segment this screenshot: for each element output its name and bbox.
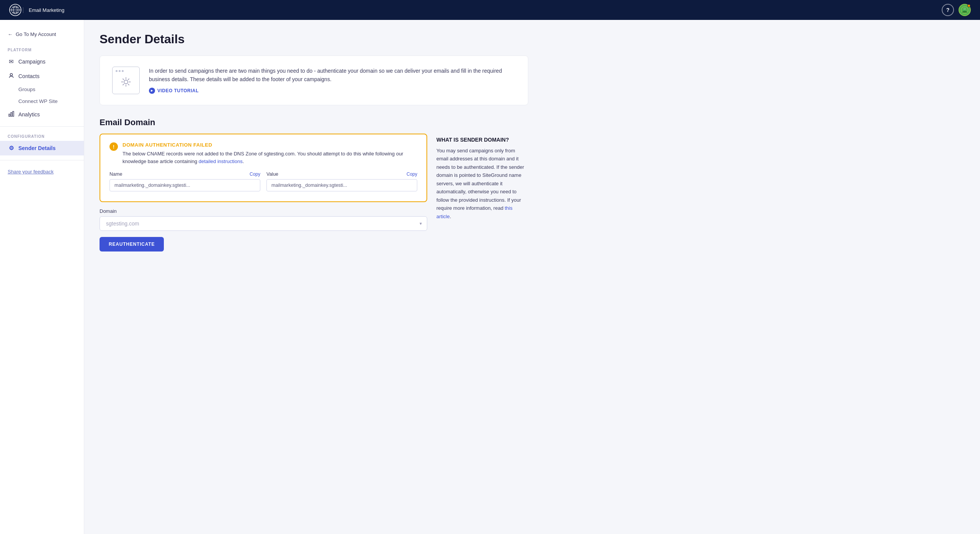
back-arrow-icon: ← xyxy=(8,31,13,37)
value-copy-button[interactable]: Copy xyxy=(407,171,417,177)
cname-name-col: Name Copy xyxy=(109,171,260,191)
main-content: Sender Details In order to send campaign… xyxy=(84,20,544,534)
sidebar-item-campaigns[interactable]: ✉ Campaigns xyxy=(0,54,84,69)
sidebar-item-analytics[interactable]: Analytics xyxy=(0,107,84,122)
cname-name-header: Name Copy xyxy=(109,171,260,177)
link-suffix: . xyxy=(243,158,244,164)
alert-content: DOMAIN AUTHENTICATION FAILED The below C… xyxy=(122,142,417,165)
siteground-logo-icon xyxy=(9,4,21,16)
avatar-notification-dot xyxy=(967,4,970,7)
detailed-instructions-link[interactable]: detailed instructions xyxy=(199,158,243,164)
domain-field: Domain sgtesting.com ▾ xyxy=(100,208,427,231)
help-button[interactable]: ? xyxy=(942,4,954,16)
svg-rect-7 xyxy=(9,114,10,116)
cname-row-header: Name Copy Value Copy xyxy=(109,171,417,191)
window-dots xyxy=(116,70,124,72)
svg-point-6 xyxy=(10,73,12,76)
help-icon: ? xyxy=(946,7,950,13)
sender-domain-title: WHAT IS SENDER DOMAIN? xyxy=(436,137,528,143)
back-to-account-link[interactable]: ← Go To My Account xyxy=(0,28,84,45)
sidebar-divider xyxy=(0,126,84,127)
svg-rect-8 xyxy=(11,113,12,116)
domain-select-wrapper: sgtesting.com ▾ xyxy=(100,216,427,231)
sender-domain-text-1: You may send campaigns only from email a… xyxy=(436,148,524,211)
feedback-label: Share your feedback xyxy=(8,169,54,175)
contacts-icon xyxy=(8,73,15,80)
info-card: In order to send campaigns there are two… xyxy=(100,56,528,105)
svg-point-5 xyxy=(964,8,966,10)
domain-auth-alert: ! DOMAIN AUTHENTICATION FAILED The below… xyxy=(100,134,427,202)
dot-3 xyxy=(122,70,124,72)
groups-label: Groups xyxy=(18,87,35,92)
connect-wp-label: Connect WP Site xyxy=(18,98,58,104)
campaigns-icon: ✉ xyxy=(8,58,15,65)
cname-name-input[interactable] xyxy=(109,179,260,191)
article-suffix: . xyxy=(450,214,451,219)
sidebar-item-contacts[interactable]: Contacts xyxy=(0,69,84,83)
info-icon-box xyxy=(112,67,140,94)
play-icon: ▶ xyxy=(149,88,155,94)
app-title: Email Marketing xyxy=(23,7,64,13)
analytics-icon xyxy=(8,111,15,118)
sender-details-icon: ⚙ xyxy=(8,145,15,152)
alert-header: ! DOMAIN AUTHENTICATION FAILED The below… xyxy=(109,142,417,165)
feedback-link[interactable]: Share your feedback xyxy=(0,165,84,178)
sender-domain-text: You may send campaigns only from email a… xyxy=(436,147,528,220)
reauthenticate-button[interactable]: REAUTHENTICATE xyxy=(100,237,164,251)
cname-value-header: Value Copy xyxy=(266,171,417,177)
page-title: Sender Details xyxy=(100,32,528,46)
sidebar-item-sender-details[interactable]: ⚙ Sender Details xyxy=(0,141,84,155)
alert-title: DOMAIN AUTHENTICATION FAILED xyxy=(122,142,417,148)
info-description: In order to send campaigns there are two… xyxy=(149,67,516,84)
link-text: detailed instructions xyxy=(199,158,243,164)
info-text: In order to send campaigns there are two… xyxy=(149,67,516,94)
video-link-label: VIDEO TUTORIAL xyxy=(157,88,199,93)
cname-value-col: Value Copy xyxy=(266,171,417,191)
domain-section: ! DOMAIN AUTHENTICATION FAILED The below… xyxy=(100,134,528,251)
app-layout: ← Go To My Account PLATFORM ✉ Campaigns … xyxy=(0,20,980,534)
sidebar-item-connect-wp[interactable]: Connect WP Site xyxy=(0,95,84,107)
warning-icon: ! xyxy=(109,142,118,151)
back-label: Go To My Account xyxy=(16,31,56,37)
contacts-label: Contacts xyxy=(18,73,39,79)
value-label: Value xyxy=(266,171,278,177)
sidebar-divider-2 xyxy=(0,160,84,160)
dot-1 xyxy=(116,70,118,72)
domain-select[interactable]: sgtesting.com xyxy=(100,216,427,231)
video-tutorial-link[interactable]: ▶ VIDEO TUTORIAL xyxy=(149,88,516,94)
config-section-label: CONFIGURATION xyxy=(0,131,84,141)
header: Email Marketing ? xyxy=(0,0,980,20)
gear-icon xyxy=(120,76,132,88)
email-domain-title: Email Domain xyxy=(100,118,528,127)
svg-rect-9 xyxy=(13,111,14,116)
campaigns-label: Campaigns xyxy=(18,59,46,65)
sidebar-item-groups[interactable]: Groups xyxy=(0,83,84,95)
sender-domain-info: WHAT IS SENDER DOMAIN? You may send camp… xyxy=(436,134,528,224)
domain-label: Domain xyxy=(100,208,427,214)
name-label: Name xyxy=(109,171,122,177)
header-left: Email Marketing xyxy=(9,4,64,16)
platform-section-label: PLATFORM xyxy=(0,45,84,54)
dot-2 xyxy=(119,70,121,72)
avatar-icon xyxy=(961,6,969,14)
sender-details-label: Sender Details xyxy=(18,145,56,151)
name-copy-button[interactable]: Copy xyxy=(250,171,260,177)
analytics-label: Analytics xyxy=(18,111,40,118)
cname-value-input[interactable] xyxy=(266,179,417,191)
alert-desc-text: The below CNAME records were not added t… xyxy=(122,151,403,164)
domain-left: ! DOMAIN AUTHENTICATION FAILED The below… xyxy=(100,134,427,251)
cname-table: Name Copy Value Copy xyxy=(109,171,417,191)
sidebar: ← Go To My Account PLATFORM ✉ Campaigns … xyxy=(0,20,84,534)
header-right: ? xyxy=(942,4,971,16)
svg-point-10 xyxy=(124,80,128,84)
user-avatar[interactable] xyxy=(959,4,971,16)
alert-description: The below CNAME records were not added t… xyxy=(122,150,417,165)
logo: Email Marketing xyxy=(9,4,64,16)
domain-value: sgtesting.com xyxy=(106,220,139,227)
